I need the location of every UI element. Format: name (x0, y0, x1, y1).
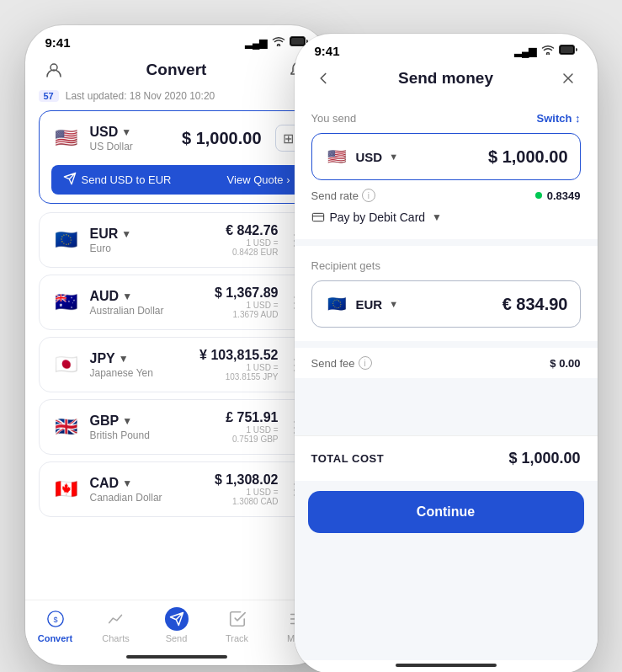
total-amount: $ 1,000.00 (508, 450, 580, 467)
view-quote-label: View Quote › (227, 173, 290, 186)
jpy-flag: 🇯🇵 (51, 349, 82, 380)
gbp-flag: 🇬🇧 (51, 412, 82, 442)
charts-nav-icon (104, 607, 128, 631)
aud-flag: 🇦🇺 (51, 287, 82, 317)
pay-method-label: Pay by Debit Card (330, 211, 426, 224)
cad-code: CAD (90, 476, 120, 491)
status-bar-2: 9:41 ▂▄▆ (295, 34, 598, 61)
eur-flag: 🇪🇺 (51, 225, 82, 255)
header-2: Send money (295, 61, 598, 99)
you-send-label-row: You send Switch ↕ (311, 112, 581, 125)
continue-button[interactable]: Continue (308, 491, 584, 533)
you-send-section: You send Switch ↕ 🇺🇸 USD ▼ $ 1,000.00 Se… (295, 99, 598, 239)
you-send-label: You send (311, 112, 357, 125)
cad-rate: 1 USD = 1.3080 CAD (215, 488, 279, 506)
back-icon[interactable] (311, 67, 335, 90)
jpy-rate: 1 USD = 103.8155 JPY (199, 363, 278, 381)
send-content: You send Switch ↕ 🇺🇸 USD ▼ $ 1,000.00 Se… (295, 99, 598, 660)
eur-amount: € 842.76 (226, 223, 278, 238)
send-currency-chevron: ▼ (389, 152, 398, 162)
usd-flag: 🇺🇸 (51, 123, 82, 153)
update-badge: 57 (39, 90, 59, 102)
aud-row[interactable]: 🇦🇺 AUD ▼ Australian Dollar $ 1,367.89 1 … (39, 275, 315, 330)
main-currency-card[interactable]: 🇺🇸 USD ▼ US Dollar $ 1,000.00 ⊞ (39, 110, 315, 204)
jpy-code: JPY (90, 351, 115, 366)
aud-name: Australian Dollar (90, 305, 164, 317)
send-icon (63, 172, 77, 188)
fee-info-icon[interactable]: i (359, 356, 372, 370)
nav-convert-label: Convert (38, 633, 73, 643)
switch-button[interactable]: Switch ↕ (536, 112, 580, 125)
svg-rect-10 (312, 213, 323, 221)
jpy-name: Japanese Yen (90, 367, 153, 379)
svg-rect-1 (291, 38, 304, 45)
home-indicator-1 (126, 655, 227, 659)
send-currency-selector[interactable]: 🇺🇸 USD ▼ (324, 144, 399, 169)
cad-flag: 🇨🇦 (51, 474, 82, 504)
send-amount: $ 1,000.00 (488, 147, 568, 167)
recipient-currency-row[interactable]: 🇪🇺 EUR ▼ € 834.90 (311, 280, 581, 328)
phone1-content: 57 Last updated: 18 Nov 2020 10:20 🇺🇸 US… (25, 90, 328, 600)
send-rate-label: Send rate i (311, 189, 375, 202)
recipient-label: Recipient gets (311, 259, 380, 272)
nav-track[interactable]: Track (207, 607, 268, 643)
send-code: USD (356, 150, 383, 164)
send-label: Send USD to EUR (82, 173, 172, 186)
send-currency-row[interactable]: 🇺🇸 USD ▼ $ 1,000.00 (311, 133, 581, 180)
wifi-icon-2 (541, 45, 555, 57)
close-icon[interactable] (556, 67, 580, 90)
update-text: Last updated: 18 Nov 2020 10:20 (66, 90, 215, 102)
home-indicator-2 (396, 664, 497, 667)
eur-row[interactable]: 🇪🇺 EUR ▼ Euro € 842.76 1 USD = (39, 212, 315, 268)
bottom-nav-1: $ Convert Charts Send Track (25, 600, 328, 652)
wifi-icon (272, 36, 285, 49)
page-title-1: Convert (146, 61, 207, 79)
nav-charts-label: Charts (102, 633, 129, 643)
total-label: TOTAL COST (311, 452, 385, 465)
recipient-currency-selector[interactable]: 🇪🇺 EUR ▼ (324, 291, 399, 317)
gbp-name: British Pound (90, 429, 150, 441)
send-nav-icon (165, 607, 189, 631)
signal-icon: ▂▄▆ (245, 37, 268, 49)
jpy-row[interactable]: 🇯🇵 JPY ▼ Japanese Yen ¥ 103,815.52 1 USD… (39, 337, 315, 392)
spacer (295, 385, 598, 435)
status-icons-2: ▂▄▆ (514, 45, 577, 57)
nav-convert[interactable]: $ Convert (25, 607, 86, 643)
total-section: TOTAL COST $ 1,000.00 (295, 435, 598, 481)
send-flag: 🇺🇸 (324, 144, 349, 169)
header-1: Convert (25, 53, 328, 90)
signal-icon-2: ▂▄▆ (514, 45, 537, 57)
status-icons-1: ▂▄▆ (245, 36, 308, 49)
usd-code: USD (90, 125, 119, 140)
send-quote-btn[interactable]: Send USD to EUR View Quote › (51, 165, 302, 195)
aud-code: AUD (90, 289, 120, 304)
track-nav-icon (226, 607, 249, 631)
status-time-2: 9:41 (315, 44, 340, 58)
page-title-2: Send money (398, 69, 493, 88)
recipient-flag: 🇪🇺 (324, 291, 349, 317)
eur-name: Euro (90, 243, 132, 254)
convert-nav-icon: $ (44, 607, 67, 631)
phone-send: 9:41 ▂▄▆ Send money (295, 34, 598, 672)
aud-rate: 1 USD = 1.3679 AUD (215, 301, 279, 319)
nav-charts[interactable]: Charts (86, 607, 146, 643)
last-updated-row: 57 Last updated: 18 Nov 2020 10:20 (39, 90, 315, 102)
cad-row[interactable]: 🇨🇦 CAD ▼ Canadian Dollar $ 1,308.02 1 US… (39, 461, 315, 517)
nav-send-label: Send (166, 633, 188, 643)
send-rate-row: Send rate i 0.8349 (311, 180, 581, 205)
pay-method-chevron: ▼ (432, 211, 442, 223)
usd-name: US Dollar (90, 141, 133, 152)
svg-text:$: $ (53, 616, 57, 624)
rate-info-icon[interactable]: i (362, 189, 375, 202)
status-time-1: 9:41 (45, 35, 71, 50)
gbp-row[interactable]: 🇬🇧 GBP ▼ British Pound £ 751.91 1 USD = (39, 399, 315, 455)
battery-icon-2 (559, 45, 577, 57)
nav-send[interactable]: Send (146, 607, 207, 643)
gbp-code: GBP (90, 413, 120, 429)
cad-name: Canadian Dollar (90, 492, 162, 504)
fee-row: Send fee i $ 0.00 (295, 348, 598, 378)
gbp-rate: 1 USD = 0.7519 GBP (226, 425, 278, 444)
send-rate-value: 0.8349 (535, 189, 581, 202)
pay-method-row[interactable]: Pay by Debit Card ▼ (311, 205, 581, 226)
profile-icon[interactable] (42, 58, 66, 82)
